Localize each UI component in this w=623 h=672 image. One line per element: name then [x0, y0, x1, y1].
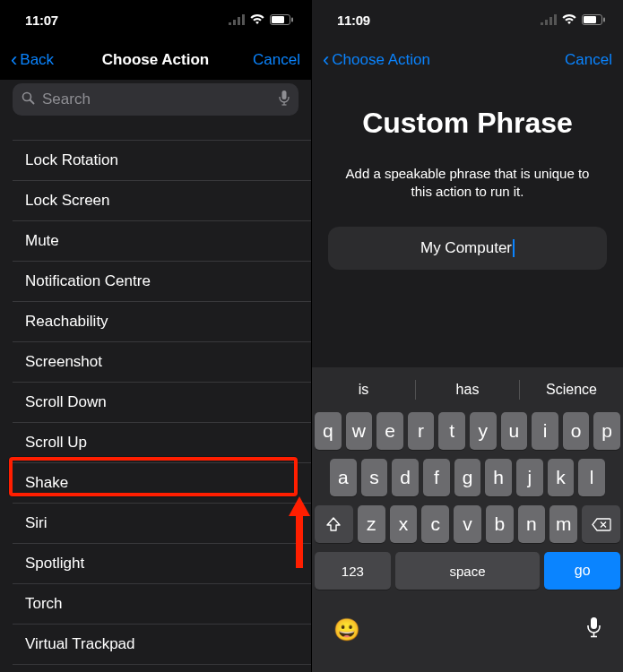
back-label: Choose Action: [332, 51, 430, 69]
svg-rect-3: [242, 14, 245, 25]
emoji-button[interactable]: 😀: [333, 617, 360, 642]
key-l[interactable]: l: [578, 459, 605, 496]
svg-rect-16: [554, 14, 557, 25]
back-label: Back: [20, 51, 54, 69]
battery-icon: [582, 14, 605, 25]
key-v[interactable]: v: [454, 505, 481, 543]
action-volume-down[interactable]: Volume Down: [13, 665, 311, 672]
key-f[interactable]: f: [423, 459, 450, 496]
svg-line-8: [30, 99, 34, 103]
key-x[interactable]: x: [390, 505, 418, 543]
key-backspace[interactable]: [582, 505, 620, 543]
cancel-label: Cancel: [565, 51, 612, 69]
key-p[interactable]: p: [593, 412, 620, 450]
keyboard-bottom-row: 😀: [312, 604, 623, 672]
svg-rect-5: [272, 16, 284, 23]
action-scroll-down[interactable]: Scroll Down: [13, 383, 311, 423]
key-b[interactable]: b: [486, 505, 514, 543]
status-icons: [229, 14, 293, 25]
action-torch[interactable]: Torch: [13, 584, 311, 625]
keyboard: is has Science q w e r t y u i o p a s: [312, 367, 623, 672]
action-shake[interactable]: Shake: [13, 463, 311, 504]
dictation-icon[interactable]: [279, 90, 290, 109]
key-u[interactable]: u: [501, 412, 528, 450]
action-scroll-up[interactable]: Scroll Up: [13, 423, 311, 463]
dictation-button[interactable]: [586, 616, 601, 643]
key-e[interactable]: e: [376, 412, 403, 450]
key-m[interactable]: m: [549, 505, 577, 543]
back-button[interactable]: ‹ Choose Action: [323, 50, 430, 70]
action-mute[interactable]: Mute: [13, 221, 311, 262]
key-t[interactable]: t: [438, 412, 465, 450]
key-q[interactable]: q: [315, 412, 342, 450]
screenshot-right: 11:09 ‹ Choose Action Cancel Custom Phra…: [311, 0, 623, 672]
key-r[interactable]: r: [408, 412, 435, 450]
key-h[interactable]: h: [485, 459, 512, 496]
text-caret: [513, 239, 515, 257]
action-screenshot[interactable]: Screenshot: [13, 342, 311, 383]
key-k[interactable]: k: [548, 459, 575, 496]
phrase-input-value: My Computer: [420, 239, 512, 257]
svg-rect-14: [545, 20, 548, 25]
key-go[interactable]: go: [544, 552, 620, 590]
action-spotlight[interactable]: Spotlight: [13, 544, 311, 584]
key-i[interactable]: i: [532, 412, 558, 450]
nav-bar: ‹ Choose Action Cancel: [312, 39, 623, 80]
key-o[interactable]: o: [563, 412, 590, 450]
back-button[interactable]: ‹ Back: [11, 50, 54, 70]
action-virtual-trackpad[interactable]: Virtual Trackpad: [13, 625, 311, 665]
action-lock-screen[interactable]: Lock Screen: [13, 181, 311, 221]
key-space[interactable]: space: [395, 552, 541, 590]
key-w[interactable]: w: [346, 412, 373, 450]
status-bar: 11:07: [0, 0, 311, 39]
chevron-left-icon: ‹: [323, 50, 329, 70]
key-s[interactable]: s: [361, 459, 388, 496]
action-siri[interactable]: Siri: [13, 504, 311, 544]
wifi-icon: [561, 14, 577, 25]
key-n[interactable]: n: [518, 505, 546, 543]
svg-rect-18: [584, 16, 596, 23]
phrase-input[interactable]: My Computer: [328, 227, 607, 270]
status-icons: [541, 14, 605, 25]
svg-rect-15: [549, 17, 552, 25]
key-row-4: 123 space go: [315, 552, 620, 590]
svg-rect-13: [541, 22, 543, 25]
list-item-partial-top: [13, 125, 311, 141]
cancel-button[interactable]: Cancel: [253, 51, 300, 69]
search-placeholder: Search: [42, 90, 272, 108]
key-y[interactable]: y: [470, 412, 497, 450]
search-input[interactable]: Search: [13, 83, 299, 116]
wifi-icon: [249, 14, 265, 25]
key-d[interactable]: d: [392, 459, 419, 496]
key-z[interactable]: z: [358, 505, 385, 543]
status-time: 11:09: [337, 13, 370, 28]
cancel-button[interactable]: Cancel: [565, 51, 612, 69]
key-a[interactable]: a: [330, 459, 357, 496]
action-lock-rotation[interactable]: Lock Rotation: [13, 141, 311, 181]
suggestion-2[interactable]: has: [416, 375, 519, 405]
svg-rect-9: [282, 90, 287, 99]
suggestion-1[interactable]: is: [312, 375, 415, 405]
status-time: 11:07: [25, 13, 58, 28]
svg-rect-2: [238, 17, 240, 25]
action-reachability[interactable]: Reachability: [13, 302, 311, 342]
backspace-icon: [592, 518, 611, 531]
key-123[interactable]: 123: [315, 552, 391, 590]
shift-icon: [325, 517, 342, 531]
nav-bar: ‹ Back Choose Action Cancel: [0, 39, 311, 80]
page-subtitle: Add a speakable phrase that is unique to…: [328, 165, 607, 202]
action-list[interactable]: Lock Rotation Lock Screen Mute Notificat…: [0, 123, 311, 672]
key-j[interactable]: j: [516, 459, 543, 496]
key-c[interactable]: c: [421, 505, 449, 543]
cellular-icon: [541, 14, 557, 25]
key-shift[interactable]: [315, 505, 353, 543]
svg-rect-0: [229, 22, 231, 25]
svg-rect-6: [291, 18, 293, 22]
battery-icon: [270, 14, 293, 25]
key-g[interactable]: g: [454, 459, 481, 496]
svg-rect-19: [603, 18, 605, 22]
content-area: Custom Phrase Add a speakable phrase tha…: [312, 80, 623, 270]
svg-rect-22: [591, 617, 597, 629]
suggestion-3[interactable]: Science: [520, 375, 623, 405]
action-notification-centre[interactable]: Notification Centre: [13, 262, 311, 302]
